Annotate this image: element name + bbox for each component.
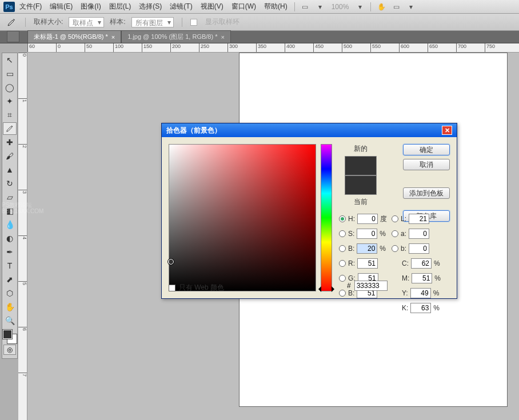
hex-row: # [347,281,388,291]
tool-crop[interactable]: ⌗ [3,109,17,121]
radio-s[interactable] [339,230,346,237]
input-l[interactable] [409,214,429,224]
ruler-tick: 250 [199,43,209,53]
tool-wand[interactable]: ✦ [3,95,17,107]
radio-h[interactable] [339,215,346,222]
close-icon[interactable]: ✕ [442,126,452,135]
menu-layer[interactable]: 图层(L) [106,1,135,13]
input-b2[interactable] [409,243,429,254]
hex-label: # [347,282,351,290]
quick-mask-button[interactable]: ◎ [3,345,16,355]
ruler-tick: 350 [256,43,266,53]
input-s[interactable] [357,229,377,239]
tool-move[interactable]: ↖ [3,54,17,66]
tool-gradient[interactable]: ◧ [3,205,17,217]
tool-history-brush[interactable]: ↻ [3,177,17,190]
current-color-swatch[interactable] [345,175,377,195]
tool-brush[interactable]: 🖌 [3,150,17,162]
radio-bb[interactable] [339,290,346,297]
sample-size-label: 取样大小: [34,17,63,27]
zoom-level[interactable]: 100% [328,3,353,11]
zoom-dropdown-icon[interactable]: ▾ [353,2,367,12]
ruler-tick: 700 [456,43,466,53]
radio-b[interactable] [339,245,346,252]
tool-path[interactable]: ⬈ [3,273,17,286]
layout-dropdown-icon[interactable]: ▾ [313,2,327,12]
foreground-color-swatch[interactable] [3,330,12,339]
menu-edit[interactable]: 编辑(E) [46,1,76,13]
color-swatch[interactable] [3,330,17,343]
sample-size-select[interactable]: 取样点 [69,17,104,27]
tool-zoom[interactable]: 🔍 [3,314,17,327]
dialog-title: 拾色器（前景色） [166,126,221,135]
menu-image[interactable]: 图像(I) [77,1,104,13]
add-swatch-button[interactable]: 添加到色板 [403,187,450,199]
tool-healing[interactable]: ✚ [3,136,17,149]
color-field-cursor[interactable] [168,259,174,265]
dialog-titlebar[interactable]: 拾色器（前景色） ✕ [162,123,457,137]
eyedropper-icon [6,17,17,28]
input-hex[interactable] [354,281,388,291]
layout-icon[interactable]: ▭ [298,2,312,12]
close-icon[interactable]: × [111,34,115,41]
panel-collapse-tab[interactable] [7,31,19,42]
doc-tab-2[interactable]: 1.jpg @ 100% (图层 1, RGB/8) * × [121,30,231,43]
input-r[interactable] [357,258,378,269]
ruler-tick: 3 [18,190,27,194]
ruler-tick: 50 [85,43,92,53]
ruler-tick: 650 [428,43,438,53]
radio-r[interactable] [339,260,346,267]
show-ring-checkbox[interactable] [190,19,197,26]
hand-icon[interactable]: ✋ [374,2,388,12]
input-c[interactable] [411,258,432,269]
hue-slider[interactable] [321,144,332,291]
input-k[interactable] [410,303,431,313]
tool-lasso[interactable]: ◯ [3,81,17,94]
menu-filter[interactable]: 滤镜(T) [166,1,195,13]
screen-dropdown-icon[interactable]: ▾ [404,2,418,12]
tool-eraser[interactable]: ▱ [3,191,17,203]
tool-blur[interactable]: 💧 [3,218,17,231]
input-h[interactable] [357,214,378,224]
tool-hand[interactable]: ✋ [3,301,17,313]
ruler-tick: 450 [313,43,324,53]
sample-select[interactable]: 所有图层 [131,17,174,27]
doc-tab-1[interactable]: 未标题-1 @ 50%(RGB/8) * × [27,30,121,43]
tool-eyedropper[interactable] [3,122,17,135]
ruler-tick: 60 [27,43,35,53]
menu-select[interactable]: 选择(S) [135,1,165,13]
ruler-horizontal[interactable]: 60 0 50 100 150 200 250 300 350 400 450 … [27,43,519,53]
menu-help[interactable]: 帮助(H) [261,1,291,13]
dialog-buttons: 确定 取消 添加到色板 颜色库 [403,144,450,222]
tool-type[interactable]: T [3,259,17,272]
radio-g[interactable] [339,275,346,282]
tool-pen[interactable]: ✒ [3,246,17,258]
web-only-checkbox[interactable] [169,285,175,291]
new-color-swatch[interactable] [345,156,377,175]
menu-window[interactable]: 窗口(W) [228,1,260,13]
input-y[interactable] [410,288,431,298]
screen-mode-icon[interactable]: ▭ [389,2,403,12]
color-field[interactable] [169,144,316,291]
input-m[interactable] [412,273,432,283]
tool-marquee[interactable]: ▭ [3,67,17,80]
tool-stamp[interactable]: ▲ [3,163,17,176]
color-picker-dialog: 拾色器（前景色） ✕ 新的 当前 确定 取消 添加到色板 颜色库 H:度 S:%… [161,123,457,299]
doc-tab-label: 1.jpg @ 100% (图层 1, RGB/8) * [127,33,217,41]
input-a[interactable] [409,229,429,239]
tool-dodge[interactable]: ◐ [3,232,17,245]
ruler-tick: 4 [18,235,27,239]
ok-button[interactable]: 确定 [403,144,450,155]
menu-view[interactable]: 视图(V) [197,1,227,13]
menu-file[interactable]: 文件(F) [16,1,45,13]
tool-shape[interactable]: ⬡ [3,287,17,299]
close-icon[interactable]: × [221,34,224,41]
cancel-button[interactable]: 取消 [403,159,450,170]
radio-a[interactable] [392,230,398,237]
ruler-tick: 750 [485,43,495,53]
radio-b2[interactable] [392,245,398,252]
ruler-tick: 550 [370,43,381,53]
ruler-vertical[interactable]: 0 1 2 3 4 5 6 7 [18,53,27,420]
input-b[interactable] [357,243,377,254]
radio-l[interactable] [392,215,398,222]
